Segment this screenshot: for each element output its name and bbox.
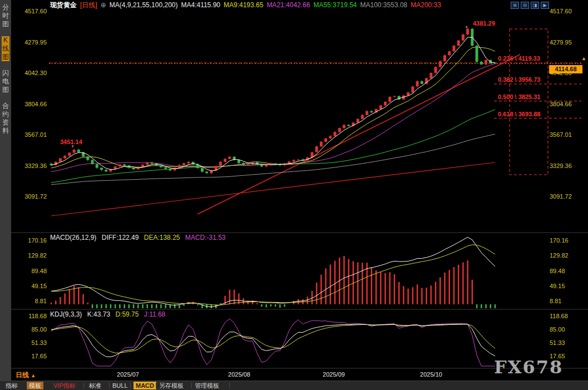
sidebar-item-kline[interactable]: K线图 [2, 36, 9, 61]
indicator-toolbar: 指标 模板 VIP指标 标准 BULL MACD 另存模板 管理模板 [0, 381, 588, 390]
macd-axis-label: 89.48 [16, 268, 47, 274]
y-axis-label: 4279.95 [16, 39, 47, 46]
tab-indicators[interactable]: 指标 [6, 382, 18, 389]
toolbar-divider [83, 383, 84, 388]
macd-axis-label: 8.81 [16, 298, 47, 304]
fib-level-label: 0.382 \ 3956.73 [498, 76, 548, 83]
y-axis-label: 4279.95 [550, 39, 584, 46]
ma200-value: MA200:33 [411, 1, 441, 9]
trading-app-window: 分时图 K线图 闪电图 合约资料 现货黄金 [日线] ⊕ MA(4,9,21,5… [0, 0, 588, 390]
kdj-j-value: J:11.68 [144, 310, 165, 318]
macd-header: MACD(26,12,9) DIFF:122.49 DEA:138.25 MAC… [50, 234, 229, 241]
price-arrow-icon: ▲ [581, 56, 586, 61]
macd-dea-value: DEA:138.25 [144, 234, 180, 241]
ma9-value: MA9:4193.65 [224, 1, 263, 9]
window-layout-controls: ⊞ ⊟ ◨ ▶ [511, 2, 549, 9]
ma4-value: MA4:4115.90 [181, 1, 220, 9]
y-axis-label: 3804.66 [16, 101, 47, 107]
y-axis-label: 3091.72 [550, 193, 584, 200]
macd-axis-label: 49.15 [16, 283, 47, 289]
y-axis-label: 3329.36 [16, 162, 47, 169]
macd-axis-label: 129.82 [550, 252, 584, 259]
toolbar-divider [191, 383, 192, 388]
ma55-value: MA55:3719.54 [313, 1, 357, 9]
macd-axis-label: 170.16 [550, 237, 584, 244]
period-tag: [日线] [80, 1, 97, 10]
sidebar-item-lightning[interactable]: 闪电图 [2, 69, 9, 94]
tab-standard[interactable]: 标准 [89, 382, 101, 389]
kdj-axis-label: 118.68 [550, 313, 584, 319]
fib-level-label: 0.500 \ 3825.31 [498, 93, 548, 100]
ma100-value: MA100:3553.08 [360, 1, 408, 9]
next-chart-icon[interactable]: ▶ [541, 2, 549, 9]
tab-vip-indicators[interactable]: VIP指标 [53, 382, 76, 389]
y-axis-label: 3567.01 [550, 131, 584, 138]
x-axis-label: 2025/07 [111, 371, 145, 378]
swing-high-label: 4381.29 [473, 20, 495, 27]
kdj-axis-label: 85.00 [550, 326, 584, 333]
macd-axis-label: 49.15 [550, 283, 584, 289]
tab-bull[interactable]: BULL [112, 382, 128, 389]
sidebar-item-contract-info[interactable]: 合约资料 [2, 102, 9, 135]
period-selector[interactable]: 日线 ▲ [16, 371, 36, 380]
toolbar-divider [130, 383, 131, 388]
macd-title: MACD(26,12,9) [50, 234, 96, 241]
kdj-header: KDJ(9,3,3) K:43.73 D:59.75 J:11.68 [50, 310, 169, 318]
kdj-axis-label: 118.68 [16, 313, 47, 319]
chart-type-sidebar: 分时图 K线图 闪电图 合约资料 [0, 0, 11, 381]
y-axis-label: 3329.36 [550, 162, 584, 169]
period-dropdown-icon: ▲ [31, 373, 36, 378]
tab-template[interactable]: 模板 [27, 382, 43, 389]
symbol-name: 现货黄金 [50, 1, 77, 10]
kdj-axis-label: 85.00 [16, 326, 47, 333]
split-layout-icon[interactable]: ◨ [531, 2, 539, 9]
chart-header: 现货黄金 [日线] ⊕ MA(4,9,21,55,100,200) MA4:41… [11, 0, 588, 10]
toolbar-divider [156, 383, 156, 388]
y-axis-label: 3804.66 [550, 101, 584, 107]
ma-group-label: MA(4,9,21,55,100,200) [110, 1, 178, 9]
period-label: 日线 [16, 371, 29, 379]
kdj-axis-label: 51.33 [16, 339, 47, 346]
fib-level-label: 0.236 \ 4119.33 [498, 55, 548, 62]
macd-hist-value: MACD:-31.53 [185, 234, 226, 241]
x-axis-label: 2025/08 [223, 371, 256, 378]
macd-axis-label: 129.82 [16, 252, 47, 259]
y-axis-label: 3091.72 [16, 193, 47, 200]
watermark: FX678 [494, 357, 563, 378]
tab-macd[interactable]: MACD [134, 382, 156, 389]
add-overlay-icon[interactable]: ⊕ [101, 1, 106, 9]
kdj-d-value: D:59.75 [115, 310, 139, 318]
macd-axis-label: 89.48 [550, 268, 584, 274]
ma21-value: MA21:4042.66 [266, 1, 310, 9]
last-price-badge: 4114.68 [549, 65, 582, 73]
tab-manage-template[interactable]: 管理模板 [195, 382, 219, 389]
kdj-axis-label: 17.65 [16, 353, 47, 359]
y-axis-label: 4042.30 [16, 70, 47, 76]
kdj-k-value: K:43.73 [87, 310, 110, 318]
x-axis-label: 2025/09 [317, 371, 350, 378]
macd-diff-value: DIFF:122.49 [102, 234, 139, 241]
toolbar-divider [229, 383, 230, 388]
peak-marker-icon: + [71, 144, 74, 149]
peak-marker-icon: + [465, 24, 468, 30]
tile-layout-icon[interactable]: ⊟ [521, 2, 529, 9]
macd-axis-label: 8.81 [550, 298, 584, 304]
x-axis-label: 2025/10 [414, 371, 448, 378]
macd-axis-label: 170.16 [16, 237, 47, 244]
tab-save-template[interactable]: 另存模板 [159, 382, 184, 389]
kdj-axis-label: 51.33 [550, 339, 584, 346]
grid-layout-icon[interactable]: ⊞ [511, 2, 519, 9]
sidebar-item-timeshare[interactable]: 分时图 [2, 3, 9, 28]
kdj-title: KDJ(9,3,3) [50, 310, 82, 318]
toolbar-divider [109, 383, 110, 388]
fib-level-label: 0.618 \ 3693.88 [498, 111, 548, 117]
y-axis-label: 3567.01 [16, 131, 47, 138]
